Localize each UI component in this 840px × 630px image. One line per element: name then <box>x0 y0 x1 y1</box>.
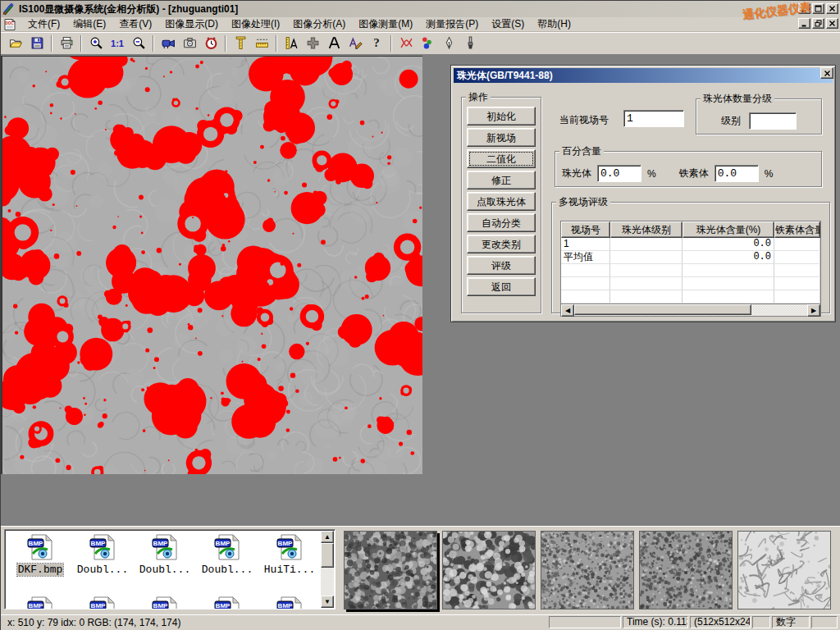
file-name[interactable]: Doubl... <box>201 564 253 576</box>
thumbnail-3[interactable] <box>541 531 634 609</box>
scroll-thumb[interactable] <box>574 304 751 315</box>
dialog-close-button[interactable] <box>820 67 833 79</box>
metallograph-image-canvas[interactable] <box>2 57 422 474</box>
child-close-button[interactable] <box>826 18 838 29</box>
col-pearlite-level[interactable]: 珠光体级别 <box>610 221 682 238</box>
zoom-in-button[interactable] <box>85 34 107 53</box>
video-capture-button[interactable] <box>158 34 179 53</box>
scroll-track[interactable] <box>574 304 807 316</box>
scroll-right-arrow[interactable]: ▶ <box>807 304 820 317</box>
thumbnail-5[interactable] <box>737 531 831 609</box>
auto-classify-button[interactable]: 自动分类 <box>467 213 536 232</box>
grid-tool-button[interactable] <box>302 34 323 53</box>
help-button[interactable]: ? <box>366 34 387 53</box>
file-name[interactable]: HuiTi... <box>263 564 316 576</box>
file-listbox[interactable]: DKF.bmp Doubl... Doubl... Doubl... HuiTi… <box>4 529 336 609</box>
brush-tool-button[interactable] <box>459 34 481 53</box>
document-icon[interactable]: DOC <box>3 18 16 31</box>
height-gauge-button[interactable] <box>230 34 251 53</box>
child-restore-button[interactable] <box>812 18 824 29</box>
scroll-down-arrow[interactable]: ▼ <box>321 596 334 608</box>
classify-button[interactable] <box>417 34 438 53</box>
annotate-button[interactable] <box>345 34 366 53</box>
maximize-button[interactable] <box>812 3 824 14</box>
scroll-up-arrow[interactable]: ▲ <box>321 531 334 543</box>
table-row[interactable] <box>561 277 820 290</box>
menu-image-display[interactable]: 图像显示(D) <box>158 16 225 32</box>
file-item[interactable] <box>197 596 258 609</box>
menu-edit[interactable]: 编辑(E) <box>66 16 112 32</box>
text-tool-button[interactable] <box>323 34 345 53</box>
menu-image-measure[interactable]: 图像测量(M) <box>352 16 419 32</box>
open-button[interactable] <box>5 34 26 53</box>
zoom-out-button[interactable] <box>128 34 149 53</box>
thumbnail-1[interactable] <box>344 531 437 609</box>
save-icon <box>30 36 44 50</box>
file-item[interactable]: Doubl... <box>72 533 133 576</box>
pick-pearlite-button[interactable]: 点取珠光体 <box>467 192 536 211</box>
col-pearlite-content[interactable]: 珠光体含量(%) <box>682 221 774 238</box>
menu-image-processing[interactable]: 图像处理(I) <box>225 16 286 32</box>
menu-view[interactable]: 查看(V) <box>112 16 158 32</box>
camera-capture-button[interactable] <box>179 34 200 53</box>
table-row[interactable] <box>561 264 820 277</box>
print-button[interactable] <box>56 34 77 53</box>
toolbar-separator <box>80 35 82 52</box>
change-class-button[interactable]: 更改类别 <box>467 235 536 253</box>
file-name[interactable]: Doubl... <box>139 564 191 576</box>
file-list-scrollbar[interactable]: ▲ ▼ <box>321 531 334 608</box>
file-item[interactable] <box>72 596 133 609</box>
thumbnail-4[interactable] <box>639 531 733 609</box>
file-item[interactable]: HuiTi... <box>259 533 320 576</box>
dialog-title-bar[interactable]: 珠光体(GB/T9441-88) <box>454 68 833 83</box>
file-item[interactable]: DKF.bmp <box>10 533 71 576</box>
binarize-button[interactable]: 二值化 <box>467 149 536 168</box>
timer-button[interactable] <box>200 34 221 53</box>
menu-measure-report[interactable]: 测量报告(P) <box>419 16 485 32</box>
table-row[interactable]: 平均值 0.0 <box>561 251 820 264</box>
restore-icon <box>815 20 822 27</box>
col-ferrite-content[interactable]: 铁素体含量(%) <box>774 221 820 238</box>
table-row[interactable]: 1 0.0 <box>561 238 820 251</box>
pearlite-percent-input[interactable] <box>597 165 641 182</box>
scroll-left-arrow[interactable]: ◀ <box>561 304 574 317</box>
menu-image-analysis[interactable]: 图像分析(A) <box>286 16 352 32</box>
pen-tool-button[interactable] <box>438 34 459 53</box>
initialize-button[interactable]: 初始化 <box>467 107 536 126</box>
measure-text-button[interactable] <box>281 34 302 53</box>
file-name[interactable]: Doubl... <box>76 564 129 576</box>
actual-size-button[interactable]: 1:1 <box>107 34 128 53</box>
file-item[interactable]: Doubl... <box>135 533 195 576</box>
file-name[interactable]: DKF.bmp <box>17 564 64 576</box>
pearlite-dialog: 珠光体(GB/T9441-88) 操作 初始化 新视场 二值化 修正 点取珠光体… <box>450 65 836 322</box>
menu-help[interactable]: 帮助(H) <box>531 16 578 32</box>
save-button[interactable] <box>26 34 48 53</box>
scroll-thumb[interactable] <box>321 543 334 568</box>
cell <box>610 238 682 250</box>
close-button[interactable] <box>826 3 838 14</box>
dialog-title: 珠光体(GB/T9441-88) <box>457 69 553 83</box>
ferrite-percent-input[interactable] <box>714 165 759 182</box>
spline-tool-button[interactable] <box>395 34 417 53</box>
level-input[interactable] <box>749 112 797 130</box>
table-row[interactable] <box>561 290 820 304</box>
file-item[interactable] <box>10 596 71 609</box>
ruler-button[interactable] <box>251 34 272 53</box>
operation-group: 操作 初始化 新视场 二值化 修正 点取珠光体 自动分类 更改类别 评级 返回 <box>461 90 541 313</box>
new-field-button[interactable]: 新视场 <box>467 128 536 147</box>
file-item[interactable] <box>259 596 320 609</box>
col-field-no[interactable]: 视场号 <box>561 221 610 238</box>
current-field-input[interactable] <box>623 110 684 127</box>
rate-button[interactable]: 评级 <box>467 256 536 275</box>
bmp-file-icon <box>276 596 304 609</box>
file-item[interactable]: Doubl... <box>197 533 258 576</box>
thumbnail-2[interactable] <box>442 531 536 609</box>
menu-file[interactable]: 文件(F) <box>21 16 66 32</box>
menu-settings[interactable]: 设置(S) <box>485 16 531 32</box>
child-minimize-button[interactable] <box>798 18 810 29</box>
correct-button[interactable]: 修正 <box>467 171 536 189</box>
file-item[interactable] <box>135 596 195 609</box>
table-horizontal-scrollbar[interactable]: ◀ ▶ <box>561 304 820 316</box>
minimize-button[interactable] <box>798 3 810 14</box>
return-button[interactable]: 返回 <box>467 277 536 296</box>
